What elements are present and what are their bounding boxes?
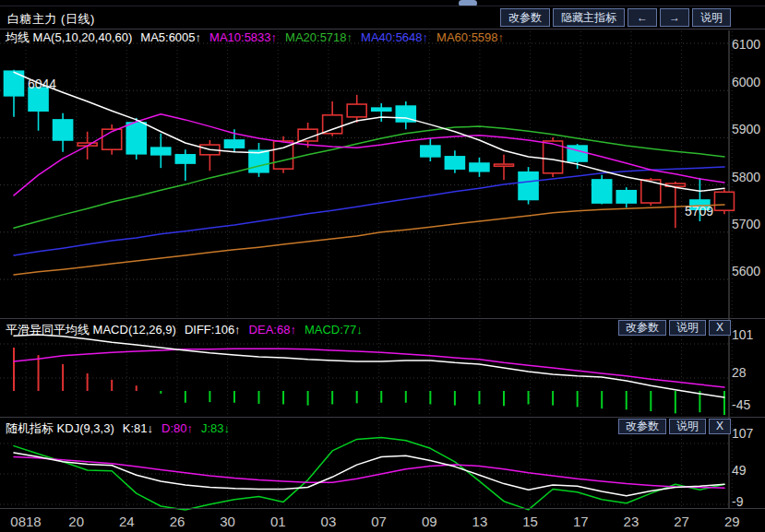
kdj-title: 随机指标 KDJ(9,3,3) <box>6 421 114 435</box>
x-axis-label: 23 <box>624 514 639 529</box>
xaxis-divider <box>0 508 765 509</box>
ma10-line <box>14 114 724 195</box>
k-value: K:81↓ <box>123 421 153 435</box>
kdj-axis-label: 49 <box>732 463 747 478</box>
j-value: J:83↓ <box>201 421 230 435</box>
ma40-line <box>14 167 724 255</box>
kdj-change-params-button[interactable]: 改参数 <box>618 419 666 434</box>
ma-legend: 均线 MA(5,10,20,40,60)MA5:6005↑MA10:5833↑M… <box>6 30 728 43</box>
price-axis-label: 5900 <box>732 122 760 136</box>
x-axis-label: 09 <box>422 514 437 529</box>
hide-main-indicator-button[interactable]: 隐藏主指标 <box>553 8 625 27</box>
candle-up <box>714 192 734 210</box>
candle-down <box>126 123 146 154</box>
dea-value: DEA:68↑ <box>249 323 296 337</box>
candle-down <box>372 108 391 111</box>
title-bar-buttons: 改参数 隐藏主指标 ← → 说明 <box>500 8 731 27</box>
instrument-title: 白糖主力 (日线) <box>7 11 95 28</box>
macd-header: 平滑异同平均线 MACD(12,26,9)DIFF:106↑DEA:68↑MAC… <box>0 320 731 338</box>
candle-up <box>347 104 366 117</box>
ma-legend-prefix: 均线 MA(5,10,20,40,60) <box>6 30 132 44</box>
macd-title: 平滑异同平均线 MACD(12,26,9) <box>6 323 176 337</box>
x-axis-label: 30 <box>220 514 235 529</box>
ma60-value: MA60:5598↑ <box>436 30 504 44</box>
change-params-button[interactable]: 改参数 <box>500 8 550 27</box>
candle-down <box>224 140 244 148</box>
ma20-value: MA20:5718↑ <box>285 30 353 44</box>
kdj-panel-divider <box>0 417 765 418</box>
title-bar: 白糖主力 (日线) 改参数 隐藏主指标 ← → 说明 <box>0 6 765 30</box>
candle-down <box>592 180 612 203</box>
chart-app-window: 61006000590058005700560010128-4510749-90… <box>0 0 765 532</box>
candle-down <box>519 172 538 200</box>
macd-panel-divider <box>0 318 765 319</box>
candle-down <box>470 163 489 171</box>
kdj-axis-label: 107 <box>732 426 754 441</box>
low-price-label: 5709 <box>685 204 713 219</box>
candle-down <box>616 191 636 203</box>
chart-canvas[interactable]: 61006000590058005700560010128-4510749-90… <box>0 0 765 532</box>
candle-up <box>495 164 514 166</box>
macd-change-params-button[interactable]: 改参数 <box>618 320 666 336</box>
x-axis-label: 15 <box>522 514 538 529</box>
x-axis-label: 26 <box>170 514 185 529</box>
x-axis-label: 27 <box>674 514 689 529</box>
macd-close-button[interactable]: X <box>709 320 731 336</box>
macd-axis-label: 28 <box>732 365 747 380</box>
high-price-label: 6044 <box>28 77 56 91</box>
kdj-buttons: 改参数 说明 X <box>618 419 731 434</box>
x-axis-label: 0818 <box>10 514 41 529</box>
candle-down <box>151 148 171 155</box>
macd-help-button[interactable]: 说明 <box>669 320 706 336</box>
candle-down <box>445 157 464 169</box>
prev-arrow-button[interactable]: ← <box>628 8 657 27</box>
price-axis-label: 5600 <box>732 264 760 278</box>
macd-buttons: 改参数 说明 X <box>618 320 731 336</box>
dea-line <box>14 349 724 387</box>
ma40-value: MA40:5648↑ <box>361 30 428 44</box>
help-button[interactable]: 说明 <box>692 8 731 27</box>
ma5-value: MA5:6005↑ <box>140 30 201 44</box>
x-axis-label: 24 <box>119 514 135 529</box>
x-axis-label: 20 <box>68 514 84 529</box>
next-arrow-button[interactable]: → <box>660 8 689 27</box>
price-axis-label: 5800 <box>732 170 760 184</box>
price-axis-label: 6000 <box>732 75 760 89</box>
macd-values: 平滑异同平均线 MACD(12,26,9)DIFF:106↑DEA:68↑MAC… <box>6 322 371 338</box>
macd-value: MACD:77↓ <box>305 323 363 337</box>
kdj-header: 随机指标 KDJ(9,3,3)K:81↓D:80↑J:83↓ 改参数 说明 X <box>0 419 731 437</box>
price-axis-label: 5700 <box>732 217 760 231</box>
x-axis-label: 29 <box>724 514 740 529</box>
diff-value: DIFF:106↑ <box>185 323 241 337</box>
kdj-axis-label: -9 <box>732 494 744 509</box>
candle-down <box>54 120 73 140</box>
candle-down <box>421 146 440 157</box>
x-axis-label: 07 <box>371 514 387 529</box>
macd-axis-label: 101 <box>732 327 754 342</box>
x-axis-label: 03 <box>321 514 337 529</box>
candle-down <box>249 150 269 172</box>
x-axis-label: 13 <box>472 514 488 529</box>
kdj-values: 随机指标 KDJ(9,3,3)K:81↓D:80↑J:83↓ <box>6 420 238 437</box>
d-value: D:80↑ <box>161 421 193 435</box>
candle-down <box>175 155 195 163</box>
kdj-help-button[interactable]: 说明 <box>669 419 706 434</box>
ma10-value: MA10:5833↑ <box>209 30 277 44</box>
macd-axis-label: -45 <box>732 397 750 412</box>
kdj-close-button[interactable]: X <box>709 419 731 434</box>
x-axis-label: 01 <box>270 514 286 529</box>
x-axis-label: 17 <box>573 514 589 529</box>
price-axis-label: 6100 <box>732 37 760 52</box>
candle-up <box>323 115 342 134</box>
